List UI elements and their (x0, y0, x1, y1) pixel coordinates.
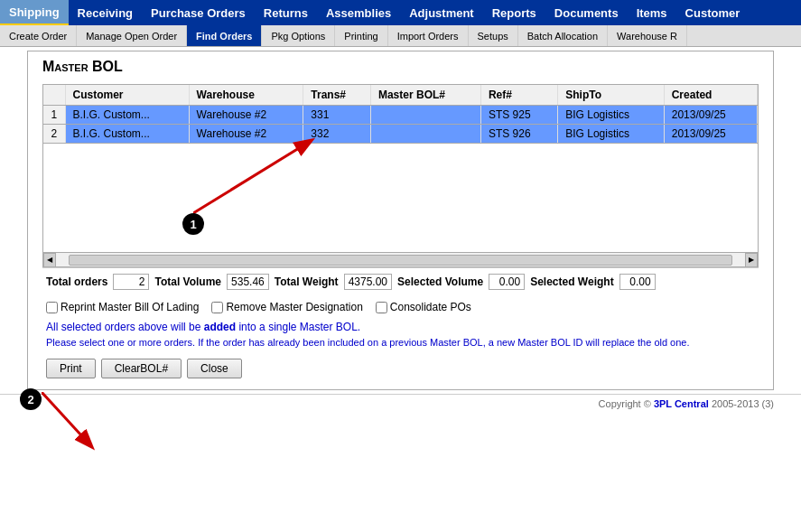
page-title: Master BOL (42, 59, 759, 75)
consolidate-checkbox[interactable] (376, 302, 387, 313)
row2-warehouse: Warehouse #2 (189, 125, 303, 144)
total-orders-value: 2 (113, 274, 149, 290)
total-orders-label: Total orders (46, 275, 107, 288)
row1-created: 2013/09/25 (664, 106, 757, 125)
note-container: Please select one or more orders. If the… (42, 335, 759, 350)
selected-volume-value: 0.00 (489, 274, 525, 290)
row1-customer: B.I.G. Custom... (65, 106, 189, 125)
col-num (43, 85, 65, 106)
nav-setups[interactable]: Setups (469, 25, 518, 46)
nav-import-orders[interactable]: Import Orders (388, 25, 469, 46)
second-nav: Create Order Manage Open Order Find Orde… (0, 25, 801, 47)
nav-warehouse[interactable]: Warehouse R (608, 25, 687, 46)
clear-bol-button[interactable]: ClearBOL# (101, 359, 182, 378)
nav-customer[interactable]: Customer (676, 0, 750, 25)
col-created: Created (664, 85, 757, 106)
nav-receiving[interactable]: Receiving (69, 0, 142, 25)
col-warehouse: Warehouse (189, 85, 303, 106)
footer-year: 2005-2013 (3) (712, 398, 774, 409)
table-header-row: Customer Warehouse Trans# Master BOL# Re… (43, 85, 758, 106)
row2-trans: 332 (303, 125, 371, 144)
row2-masterbol (370, 125, 480, 144)
footer: Copyright © 3PL Central 2005-2013 (3) (0, 394, 801, 413)
consolidate-label: Consolidate POs (376, 301, 471, 313)
row2-ref: STS 926 (480, 125, 557, 144)
page-content: Master BOL Customer Warehouse Trans# Mas… (27, 51, 774, 390)
nav-adjustment[interactable]: Adjustment (400, 0, 483, 25)
top-nav: Shipping Receiving Purchase Orders Retur… (0, 0, 801, 25)
table-empty-area (43, 144, 758, 252)
reprint-checkbox[interactable] (46, 302, 58, 313)
close-button[interactable]: Close (187, 359, 242, 378)
col-trans: Trans# (303, 85, 371, 106)
note-text: Please select one or more orders. If the… (42, 335, 759, 350)
options-row: Reprint Master Bill Of Lading Remove Mas… (42, 295, 759, 319)
col-ref: Ref# (480, 85, 557, 106)
remove-label: Remove Master Designation (211, 301, 362, 313)
total-weight-label: Total Weight (275, 275, 339, 288)
scroll-track[interactable] (69, 255, 732, 266)
selected-weight-value: 0.00 (619, 274, 656, 290)
nav-printing[interactable]: Printing (335, 25, 387, 46)
row1-ref: STS 925 (480, 106, 557, 125)
print-button[interactable]: Print (46, 359, 96, 378)
selected-weight-label: Selected Weight (530, 275, 613, 288)
row2-created: 2013/09/25 (664, 125, 757, 144)
nav-create-order[interactable]: Create Order (0, 25, 77, 46)
nav-reports[interactable]: Reports (483, 0, 545, 25)
nav-assemblies[interactable]: Assemblies (317, 0, 400, 25)
nav-pkg-options[interactable]: Pkg Options (262, 25, 335, 46)
total-weight-value: 4375.00 (344, 274, 392, 290)
table-container: Customer Warehouse Trans# Master BOL# Re… (42, 84, 759, 267)
row2-shipto: BIG Logistics (558, 125, 664, 144)
nav-batch-allocation[interactable]: Batch Allocation (518, 25, 608, 46)
table-overlay-container: Customer Warehouse Trans# Master BOL# Re… (42, 84, 759, 267)
nav-purchase-orders[interactable]: Purchase Orders (142, 0, 255, 25)
master-bol-table: Customer Warehouse Trans# Master BOL# Re… (43, 85, 758, 144)
table-row[interactable]: 2 B.I.G. Custom... Warehouse #2 332 STS … (43, 125, 758, 144)
table-row[interactable]: 1 B.I.G. Custom... Warehouse #2 331 STS … (43, 106, 758, 125)
row1-masterbol (370, 106, 480, 125)
row-num-1: 1 (43, 106, 65, 125)
nav-find-orders[interactable]: Find Orders (187, 25, 262, 46)
footer-copyright: Copyright © (599, 398, 654, 409)
total-volume-label: Total Volume (154, 275, 221, 288)
scroll-left-arrow[interactable]: ◀ (43, 253, 56, 267)
row1-shipto: BIG Logistics (558, 106, 664, 125)
footer-link[interactable]: 3PL Central (654, 398, 709, 409)
total-volume-value: 535.46 (227, 274, 269, 290)
info-rest-text: into a single Master BOL. (238, 321, 360, 333)
nav-manage-open-order[interactable]: Manage Open Order (77, 25, 187, 46)
selected-volume-label: Selected Volume (397, 275, 483, 288)
info-text: All selected orders above will be added … (42, 319, 759, 335)
info-added-text: added (204, 321, 239, 333)
nav-shipping[interactable]: Shipping (0, 0, 69, 25)
row1-trans: 331 (303, 106, 371, 125)
col-shipto: ShipTo (558, 85, 664, 106)
button-row: Print ClearBOL# Close (42, 355, 759, 382)
nav-items[interactable]: Items (628, 0, 676, 25)
col-masterbol: Master BOL# (370, 85, 480, 106)
summary-row: Total orders 2 Total Volume 535.46 Total… (42, 267, 759, 295)
reprint-label: Reprint Master Bill Of Lading (46, 301, 199, 313)
row1-warehouse: Warehouse #2 (189, 106, 303, 125)
info-bold-text: All selected orders above will be (46, 321, 200, 333)
remove-checkbox[interactable] (211, 302, 223, 313)
horizontal-scrollbar[interactable]: ◀ ▶ (43, 252, 758, 266)
scroll-right-arrow[interactable]: ▶ (745, 253, 758, 267)
nav-returns[interactable]: Returns (255, 0, 317, 25)
row-num-2: 2 (43, 125, 65, 144)
col-customer: Customer (65, 85, 189, 106)
nav-documents[interactable]: Documents (545, 0, 628, 25)
row2-customer: B.I.G. Custom... (65, 125, 189, 144)
main-container: Shipping Receiving Purchase Orders Retur… (0, 0, 801, 413)
